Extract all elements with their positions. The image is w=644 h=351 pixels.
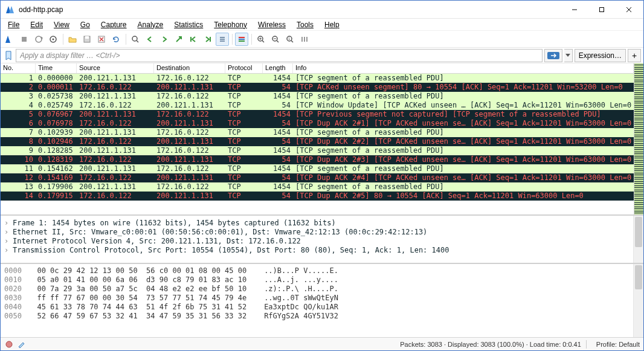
menu-tools[interactable]: Tools bbox=[292, 19, 318, 30]
packet-row[interactable]: 100.128319172.16.0.122200.121.1.131TCP54… bbox=[1, 155, 634, 164]
packet-row[interactable]: 70.102939200.121.1.131172.16.0.122TCP145… bbox=[1, 128, 634, 137]
goto-packet-icon[interactable] bbox=[172, 33, 185, 46]
packet-list-scrollbar[interactable] bbox=[634, 63, 643, 214]
zoom-out-icon[interactable] bbox=[269, 33, 282, 46]
detail-line[interactable]: ›Transmission Control Protocol, Src Port… bbox=[4, 245, 640, 254]
start-capture-icon[interactable] bbox=[3, 33, 16, 46]
packet-row[interactable]: 110.154162200.121.1.131172.16.0.122TCP14… bbox=[1, 164, 634, 173]
minimize-button[interactable] bbox=[561, 1, 588, 18]
packet-list[interactable]: No. Time Source Destination Protocol Len… bbox=[1, 63, 634, 214]
status-packets: Packets: 3083 · Displayed: 3083 (100.0%)… bbox=[400, 341, 581, 348]
restart-capture-icon[interactable] bbox=[32, 33, 45, 46]
auto-scroll-icon[interactable] bbox=[216, 33, 229, 46]
bytes-line[interactable]: 0050 52 66 47 59 67 53 32 41 34 47 59 35… bbox=[4, 312, 640, 321]
svg-point-13 bbox=[132, 36, 137, 41]
svg-line-28 bbox=[277, 40, 279, 42]
packet-bytes-pane[interactable]: 0000 00 0c 29 42 12 13 00 50 56 c0 00 01… bbox=[1, 264, 643, 337]
packet-details-pane[interactable]: ›Frame 1: 1454 bytes on wire (11632 bits… bbox=[1, 216, 643, 264]
svg-rect-22 bbox=[239, 40, 245, 42]
maximize-button[interactable] bbox=[588, 1, 615, 18]
svg-rect-1 bbox=[599, 7, 604, 11]
close-button[interactable] bbox=[615, 1, 642, 18]
col-info[interactable]: Info bbox=[293, 63, 634, 73]
add-filter-button[interactable]: + bbox=[628, 49, 641, 62]
edit-preferences-icon[interactable] bbox=[16, 340, 26, 349]
apply-filter-button[interactable] bbox=[544, 49, 562, 62]
menu-view[interactable]: View bbox=[49, 19, 74, 30]
capture-options-icon[interactable] bbox=[47, 33, 60, 46]
menu-help[interactable]: Help bbox=[320, 19, 344, 30]
find-packet-icon[interactable] bbox=[129, 33, 142, 46]
packet-row[interactable]: 30.025738200.121.1.131172.16.0.122TCP145… bbox=[1, 92, 634, 101]
stop-capture-icon[interactable] bbox=[18, 33, 31, 46]
menu-statistics[interactable]: Statistics bbox=[169, 19, 208, 30]
colorize-icon[interactable] bbox=[235, 33, 248, 46]
menu-edit[interactable]: Edit bbox=[25, 19, 48, 30]
statusbar: Packets: 3083 · Displayed: 3083 (100.0%)… bbox=[1, 337, 643, 350]
packet-row[interactable]: 50.076967200.121.1.131172.16.0.122TCP145… bbox=[1, 110, 634, 119]
bytes-line[interactable]: 0010 05 a0 01 41 00 00 6a 06 d3 90 c8 79… bbox=[4, 275, 640, 285]
go-back-icon[interactable] bbox=[143, 33, 156, 46]
svg-rect-4 bbox=[22, 37, 27, 42]
go-forward-icon[interactable] bbox=[158, 33, 171, 46]
details-scrollbar[interactable] bbox=[633, 216, 643, 263]
expert-info-icon[interactable] bbox=[4, 340, 14, 349]
packet-row[interactable]: 40.025749172.16.0.122200.121.1.131TCP54[… bbox=[1, 101, 634, 110]
save-file-icon[interactable] bbox=[80, 33, 94, 46]
packet-row[interactable]: 140.179915172.16.0.122200.121.1.131TCP54… bbox=[1, 192, 634, 201]
goto-last-icon[interactable] bbox=[201, 33, 214, 46]
goto-first-icon[interactable] bbox=[187, 33, 200, 46]
svg-point-37 bbox=[6, 341, 12, 347]
svg-line-31 bbox=[291, 40, 293, 42]
menu-go[interactable]: Go bbox=[76, 19, 95, 30]
menu-analyze[interactable]: Analyze bbox=[133, 19, 169, 30]
svg-point-5 bbox=[36, 36, 42, 42]
packet-row[interactable]: 80.102946172.16.0.122200.121.1.131TCP54[… bbox=[1, 137, 634, 146]
bytes-scrollbar[interactable] bbox=[633, 264, 643, 337]
expression-button[interactable]: Expression… bbox=[575, 49, 626, 62]
col-destination[interactable]: Destination bbox=[154, 63, 225, 73]
col-no[interactable]: No. bbox=[1, 63, 36, 73]
menu-capture[interactable]: Capture bbox=[96, 19, 132, 30]
filter-history-dropdown[interactable] bbox=[564, 49, 573, 62]
bookmark-icon[interactable] bbox=[3, 50, 14, 61]
col-time[interactable]: Time bbox=[36, 63, 77, 73]
bytes-line[interactable]: 0000 00 0c 29 42 12 13 00 50 56 c0 00 01… bbox=[4, 266, 640, 275]
col-source[interactable]: Source bbox=[77, 63, 154, 73]
packet-row[interactable]: 10.000000200.121.1.131172.16.0.122TCP145… bbox=[1, 74, 634, 83]
menu-wireless[interactable]: Wireless bbox=[253, 19, 291, 30]
packet-row[interactable]: 120.154169172.16.0.122200.121.1.131TCP54… bbox=[1, 173, 634, 182]
menu-file[interactable]: File bbox=[3, 19, 24, 30]
display-filter-input[interactable] bbox=[16, 49, 543, 62]
main-toolbar: 1 bbox=[1, 31, 643, 48]
zoom-in-icon[interactable] bbox=[254, 33, 268, 46]
detail-line[interactable]: ›Internet Protocol Version 4, Src: 200.1… bbox=[4, 236, 640, 245]
bytes-line[interactable]: 0020 00 7a 29 3a 00 50 a7 5c 04 48 e2 e2… bbox=[4, 285, 640, 294]
window-title: odd-http.pcap bbox=[19, 5, 561, 14]
zoom-reset-icon[interactable]: 1 bbox=[283, 33, 297, 46]
open-file-icon[interactable] bbox=[66, 33, 79, 46]
bytes-line[interactable]: 0030 ff ff 77 67 00 00 30 54 73 57 77 51… bbox=[4, 294, 640, 303]
svg-point-7 bbox=[53, 38, 54, 40]
svg-rect-20 bbox=[239, 37, 245, 38]
close-file-icon[interactable] bbox=[95, 33, 108, 46]
menu-telephony[interactable]: Telephony bbox=[209, 19, 252, 30]
packet-row[interactable]: 90.128285200.121.1.131172.16.0.122TCP145… bbox=[1, 146, 634, 155]
svg-line-14 bbox=[137, 40, 138, 42]
packet-row[interactable]: 60.076978172.16.0.122200.121.1.131TCP54[… bbox=[1, 119, 634, 128]
detail-line[interactable]: ›Ethernet II, Src: Vmware_c0:00:01 (00:5… bbox=[4, 227, 640, 236]
titlebar: odd-http.pcap bbox=[1, 1, 643, 19]
resize-columns-icon[interactable] bbox=[298, 33, 311, 46]
packet-row[interactable]: 130.179906200.121.1.131172.16.0.122TCP14… bbox=[1, 182, 634, 192]
filter-toolbar: Expression… + bbox=[1, 48, 643, 63]
col-length[interactable]: Length bbox=[263, 63, 293, 73]
menubar: File Edit View Go Capture Analyze Statis… bbox=[1, 19, 643, 31]
packet-row[interactable]: 20.000011172.16.0.122200.121.1.131TCP54[… bbox=[1, 83, 634, 92]
svg-text:1: 1 bbox=[288, 37, 291, 40]
packet-list-header[interactable]: No. Time Source Destination Protocol Len… bbox=[1, 63, 634, 74]
detail-line[interactable]: ›Frame 1: 1454 bytes on wire (11632 bits… bbox=[4, 218, 640, 227]
bytes-line[interactable]: 0040 45 61 33 78 70 74 44 63 51 4f 2f 6b… bbox=[4, 303, 640, 312]
col-protocol[interactable]: Protocol bbox=[225, 63, 263, 73]
status-profile[interactable]: Profile: Default bbox=[591, 341, 640, 348]
reload-file-icon[interactable] bbox=[109, 33, 123, 46]
